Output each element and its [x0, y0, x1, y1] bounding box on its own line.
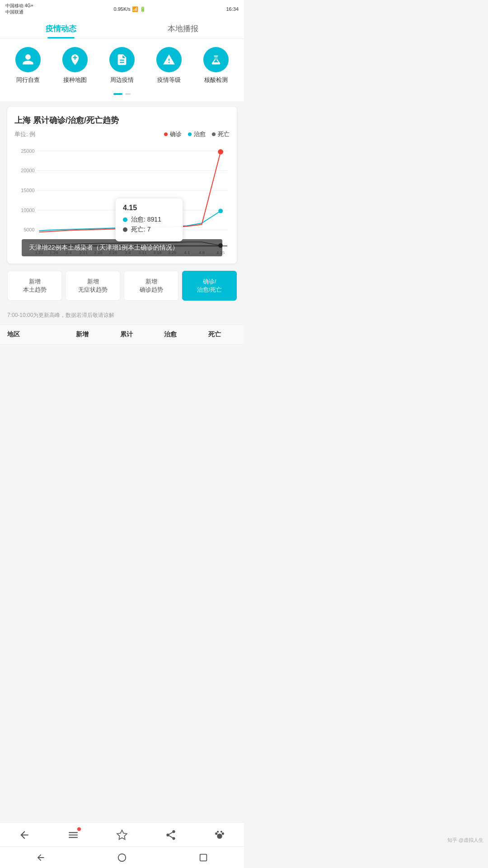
chart-tooltip: 4.15 治愈: 8911 死亡: 7 — [115, 198, 183, 241]
alert-icon — [163, 53, 175, 66]
time-display: 16:34 — [226, 6, 239, 12]
svg-text:15000: 15000 — [21, 188, 34, 193]
lab-icon — [210, 53, 222, 66]
document-icon — [116, 53, 128, 66]
th-recovered: 治愈 — [149, 330, 193, 339]
legend-confirmed: 确诊 — [164, 130, 182, 138]
icon-self-check[interactable]: 同行自查 — [15, 47, 41, 84]
news-ticker[interactable]: 天津增22例本土感染者（天津增1例本土确诊的情况） — [22, 239, 222, 256]
btn-local-trend[interactable]: 新增本土趋势 — [7, 271, 62, 301]
legend-dot-recovered — [188, 132, 192, 136]
tooltip-recovered-dot — [123, 217, 127, 222]
chart-title: 上海 累计确诊/治愈/死亡趋势 — [14, 115, 230, 126]
tab-navigation: 疫情动态 本地播报 — [0, 17, 244, 39]
btn-cure-trend[interactable]: 确诊/治愈/死亡 — [182, 271, 237, 301]
table-header-row: 地区 新增 累计 治愈 死亡 — [0, 325, 244, 344]
icon-level-label: 疫情等级 — [157, 76, 181, 84]
carousel-indicators — [0, 89, 244, 101]
tab-local[interactable]: 本地播报 — [122, 17, 244, 38]
tooltip-deaths-row: 死亡: 7 — [123, 226, 175, 234]
th-new: 新增 — [60, 330, 104, 339]
carrier-info: 中国移动 4G+ 中国联通 — [5, 3, 33, 15]
dot-active — [113, 93, 122, 95]
trend-button-group: 新增本土趋势 新增无症状趋势 新增确诊趋势 确诊/治愈/死亡 — [7, 271, 237, 301]
icon-nucleic-label: 核酸检测 — [204, 76, 228, 84]
legend-dot-deaths — [212, 132, 216, 136]
th-region: 地区 — [7, 330, 60, 339]
signal-speed: 0.95K/s 📶 🔋 — [114, 6, 146, 12]
th-deaths: 死亡 — [192, 330, 237, 339]
legend-recovered: 治愈 — [188, 130, 206, 138]
chart-legend: 单位: 例 确诊 治愈 死亡 — [14, 130, 230, 138]
status-bar: 中国移动 4G+ 中国联通 0.95K/s 📶 🔋 16:34 — [0, 0, 244, 17]
svg-text:25000: 25000 — [21, 148, 34, 154]
icon-vaccine-map[interactable]: 接种地图 — [62, 47, 88, 84]
chart-area[interactable]: 25000 20000 15000 10000 5000 0 1.21 1.28… — [14, 145, 230, 256]
svg-point-26 — [218, 149, 223, 155]
icon-nucleic[interactable]: 核酸检测 — [203, 47, 229, 84]
icon-vaccine-map-label: 接种地图 — [63, 76, 87, 84]
legend-items: 确诊 治愈 死亡 — [164, 130, 230, 138]
icon-nearby-label: 周边疫情 — [110, 76, 134, 84]
icon-self-check-label: 同行自查 — [16, 76, 40, 84]
tooltip-date: 4.15 — [123, 204, 175, 212]
trend-chart-card: 上海 累计确诊/治愈/死亡趋势 单位: 例 确诊 治愈 死亡 25000 200… — [7, 107, 237, 264]
btn-confirm-trend[interactable]: 新增确诊趋势 — [124, 271, 178, 301]
th-total: 累计 — [104, 330, 149, 339]
svg-text:20000: 20000 — [21, 168, 34, 173]
update-notice: 7:00-10:00为更新高峰，数据若滞后敬请谅解 — [0, 308, 244, 325]
location-plus-icon — [69, 53, 81, 66]
legend-dot-confirmed — [164, 132, 168, 136]
quick-access-icons: 同行自查 接种地图 周边疫情 疫情等级 — [0, 39, 244, 89]
person-icon — [22, 53, 34, 66]
icon-level[interactable]: 疫情等级 — [156, 47, 182, 84]
chart-unit: 单位: 例 — [14, 130, 35, 138]
btn-asym-trend[interactable]: 新增无症状趋势 — [66, 271, 120, 301]
tooltip-recovered-row: 治愈: 8911 — [123, 216, 175, 224]
tooltip-deaths-dot — [123, 227, 127, 232]
svg-text:10000: 10000 — [21, 208, 34, 213]
icon-nearby[interactable]: 周边疫情 — [109, 47, 135, 84]
legend-deaths: 死亡 — [212, 130, 230, 138]
data-table: 地区 新增 累计 治愈 死亡 — [0, 325, 244, 344]
tab-epidemic[interactable]: 疫情动态 — [0, 17, 122, 38]
dot-inactive — [125, 93, 131, 95]
svg-text:5000: 5000 — [23, 227, 34, 232]
svg-point-25 — [218, 209, 223, 213]
